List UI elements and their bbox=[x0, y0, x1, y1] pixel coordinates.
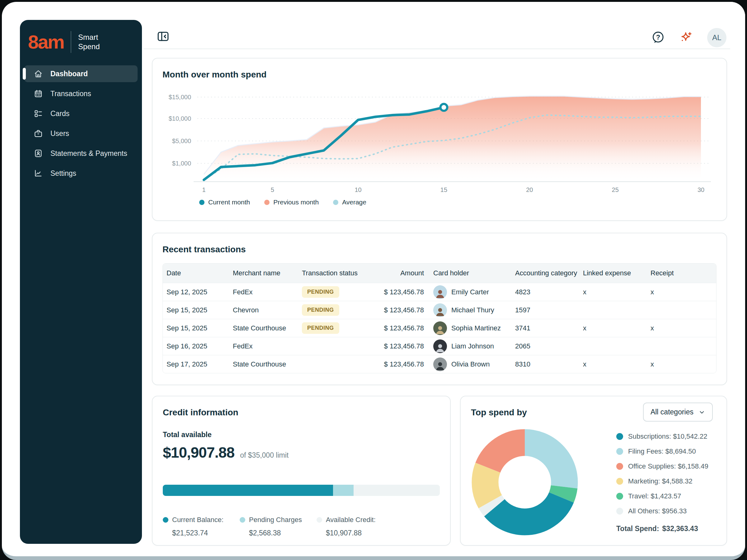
list-checks-icon bbox=[34, 109, 43, 118]
legend-label: Previous month bbox=[273, 198, 319, 206]
legend-dot bbox=[333, 200, 338, 205]
chart-line-icon bbox=[34, 169, 43, 178]
cardholder-name: Michael Thury bbox=[451, 306, 494, 314]
tx-category: 1597 bbox=[515, 306, 583, 314]
col-holder: Card holder bbox=[433, 269, 515, 277]
sidebar-item-label: Settings bbox=[50, 169, 76, 178]
svg-text:$15,000: $15,000 bbox=[169, 94, 191, 101]
cardholder-name: Emily Carter bbox=[451, 288, 489, 296]
legend-dot bbox=[163, 517, 169, 523]
month-chart-legend: Current monthPrevious monthAverage bbox=[199, 198, 717, 206]
legend-dot bbox=[616, 478, 623, 485]
total-spend-label: Total Spend: bbox=[616, 525, 659, 533]
tx-amount: $ 123,456.78 bbox=[377, 306, 433, 314]
cardholder-avatar bbox=[433, 285, 447, 299]
credit-legend-label: Current Balance: bbox=[172, 516, 224, 524]
transactions-title: Recent transactions bbox=[162, 244, 717, 255]
tx-linked: x bbox=[583, 288, 650, 296]
sidebar-nav: Dashboard Transactions Cards Users bbox=[20, 65, 142, 182]
cardholder-name: Sophia Martinez bbox=[451, 324, 501, 332]
ai-sparkle-icon[interactable] bbox=[679, 31, 693, 45]
user-avatar[interactable]: AL bbox=[707, 28, 726, 47]
svg-text:10: 10 bbox=[355, 186, 362, 193]
sidebar-item-users[interactable]: Users bbox=[24, 125, 137, 142]
sidebar-item-cards[interactable]: Cards bbox=[24, 105, 137, 122]
tx-merchant: Chevron bbox=[233, 306, 302, 314]
status-badge: PENDING bbox=[302, 322, 339, 334]
sidebar-collapse-button[interactable] bbox=[157, 30, 170, 43]
credit-bar-segment bbox=[354, 485, 440, 496]
sidebar-item-label: Transactions bbox=[50, 89, 91, 98]
category-filter-label: All categories bbox=[650, 408, 693, 416]
sidebar: 8am Smart Spend Dashboard Transactions bbox=[20, 20, 142, 544]
sidebar-item-label: Statements & Payments bbox=[50, 149, 127, 158]
cardholder-avatar bbox=[433, 357, 447, 371]
svg-text:25: 25 bbox=[612, 186, 619, 193]
tx-merchant: State Courthouse bbox=[233, 360, 302, 368]
spend-legend-item: All Others: $956.33 bbox=[616, 507, 709, 515]
col-category: Accounting category bbox=[515, 269, 583, 277]
product-name: Smart Spend bbox=[78, 33, 100, 51]
table-row[interactable]: Sep 15, 2025 Chevron PENDING $ 123,456.7… bbox=[163, 301, 716, 319]
category-filter-dropdown[interactable]: All categories bbox=[643, 403, 713, 422]
topbar-divider bbox=[144, 49, 730, 49]
top-spend-card: Top spend by All categories Subscription… bbox=[460, 396, 727, 546]
credit-legend-amount: $10,907.88 bbox=[326, 529, 376, 537]
tx-linked: x bbox=[583, 360, 650, 368]
credit-legend-item: Available Credit:$10,907.88 bbox=[316, 516, 376, 537]
credit-progress-bar bbox=[163, 485, 440, 496]
tx-holder: Emily Carter bbox=[433, 285, 515, 299]
table-row[interactable]: Sep 16, 2025 FedEx $ 123,456.78 Liam Joh… bbox=[163, 337, 716, 355]
status-badge: PENDING bbox=[302, 304, 339, 316]
legend-dot bbox=[616, 433, 623, 440]
status-badge: PENDING bbox=[302, 286, 339, 298]
tx-category: 8310 bbox=[515, 360, 583, 368]
spend-legend-label: Office Supplies: $6,158.49 bbox=[628, 462, 709, 471]
tx-holder: Liam Johnson bbox=[433, 340, 515, 353]
tx-amount: $ 123,456.78 bbox=[377, 342, 433, 350]
svg-text:$10,000: $10,000 bbox=[169, 115, 191, 122]
legend-item: Previous month bbox=[264, 198, 319, 206]
sidebar-item-label: Dashboard bbox=[50, 70, 88, 78]
credit-bar-segment bbox=[333, 485, 353, 496]
tx-amount: $ 123,456.78 bbox=[377, 360, 433, 368]
cardholder-avatar bbox=[433, 321, 447, 335]
col-status: Transaction status bbox=[302, 269, 377, 277]
total-spend-value: $32,363.43 bbox=[662, 525, 698, 533]
table-row[interactable]: Sep 12, 2025 FedEx PENDING $ 123,456.78 … bbox=[163, 283, 716, 301]
table-row[interactable]: Sep 17, 2025 State Courthouse $ 123,456.… bbox=[163, 355, 716, 373]
sidebar-item-statements[interactable]: Statements & Payments bbox=[24, 145, 137, 162]
home-icon bbox=[34, 69, 43, 78]
spend-legend-label: All Others: $956.33 bbox=[628, 507, 687, 515]
cardholder-name: Olivia Brown bbox=[451, 360, 490, 368]
help-icon[interactable]: ? bbox=[651, 31, 665, 45]
topbar-actions: ? AL bbox=[651, 28, 726, 47]
sidebar-item-settings[interactable]: Settings bbox=[24, 165, 137, 182]
col-linked: Linked expense bbox=[583, 269, 650, 277]
spend-legend-label: Marketing: $4,588.32 bbox=[628, 477, 693, 485]
legend-dot bbox=[240, 517, 245, 523]
calendar-icon bbox=[34, 89, 43, 98]
svg-text:5: 5 bbox=[271, 186, 274, 193]
table-row[interactable]: Sep 15, 2025 State Courthouse PENDING $ … bbox=[163, 319, 716, 337]
credit-legend-label: Pending Charges bbox=[249, 516, 302, 524]
app-window: 8am Smart Spend Dashboard Transactions bbox=[2, 2, 745, 560]
tx-date: Sep 15, 2025 bbox=[166, 306, 233, 314]
legend-item: Current month bbox=[199, 198, 250, 206]
tx-merchant: State Courthouse bbox=[233, 324, 302, 332]
svg-text:15: 15 bbox=[440, 186, 447, 193]
legend-label: Average bbox=[342, 198, 366, 206]
sidebar-item-dashboard[interactable]: Dashboard bbox=[24, 65, 137, 82]
svg-text:30: 30 bbox=[697, 186, 704, 193]
credit-legend-item: Pending Charges$2,568.38 bbox=[240, 516, 316, 537]
month-spend-title: Month over month spend bbox=[162, 70, 717, 80]
tx-category: 3741 bbox=[515, 324, 583, 332]
credit-bar-segment bbox=[163, 485, 333, 496]
tx-holder: Michael Thury bbox=[433, 303, 515, 317]
cardholder-name: Liam Johnson bbox=[451, 342, 494, 350]
legend-dot bbox=[616, 508, 623, 514]
col-merchant: Merchant name bbox=[233, 269, 302, 277]
svg-text:1: 1 bbox=[202, 186, 205, 193]
sidebar-item-transactions[interactable]: Transactions bbox=[24, 85, 137, 102]
legend-dot bbox=[616, 493, 623, 500]
